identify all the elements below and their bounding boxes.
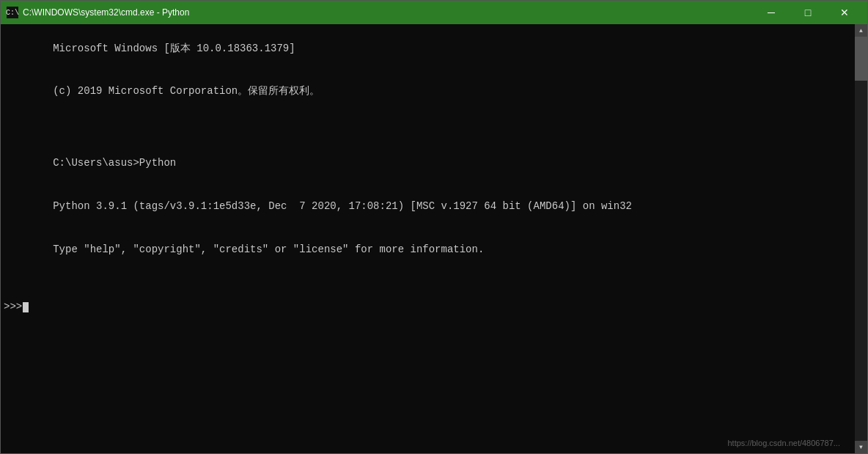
cursor [23,302,29,312]
cmd-window: C:\ C:\WINDOWS\system32\cmd.exe - Python… [0,0,868,454]
line6: Type "help", "copyright", "credits" or "… [53,244,484,255]
cmd-icon: C:\ [7,7,18,18]
scrollbar-up-arrow[interactable]: ▲ [855,24,867,37]
minimize-button[interactable]: ─ [754,2,788,23]
watermark: https://blog.csdn.net/4806787... [727,439,840,447]
close-button[interactable]: ✕ [828,2,861,23]
scrollbar-thumb[interactable] [855,37,867,81]
scrollbar-down-arrow[interactable]: ▼ [855,441,867,453]
line2: (c) 2019 Microsoft Corporation。保留所有权利。 [53,85,320,97]
title-bar-controls: ─ □ ✕ [754,2,861,23]
prompt-line[interactable]: >>> [4,300,852,315]
title-text: C:\WINDOWS\system32\cmd.exe - Python [23,7,189,18]
maximize-button[interactable]: □ [791,2,825,23]
scrollbar[interactable]: ▲ ▼ [855,24,867,453]
scrollbar-track[interactable] [855,37,867,441]
console-area[interactable]: Microsoft Windows [版本 10.0.18363.1379] (… [1,24,867,453]
console-output: Microsoft Windows [版本 10.0.18363.1379] (… [4,27,852,300]
prompt-text: >>> [4,300,22,315]
title-bar: C:\ C:\WINDOWS\system32\cmd.exe - Python… [1,1,867,24]
line4: C:\Users\asus>Python [53,157,176,169]
line5: Python 3.9.1 (tags/v3.9.1:1e5d33e, Dec 7… [53,200,632,212]
line1: Microsoft Windows [版本 10.0.18363.1379] [53,43,295,54]
title-bar-left: C:\ C:\WINDOWS\system32\cmd.exe - Python [7,7,189,18]
console-content[interactable]: Microsoft Windows [版本 10.0.18363.1379] (… [1,24,855,453]
